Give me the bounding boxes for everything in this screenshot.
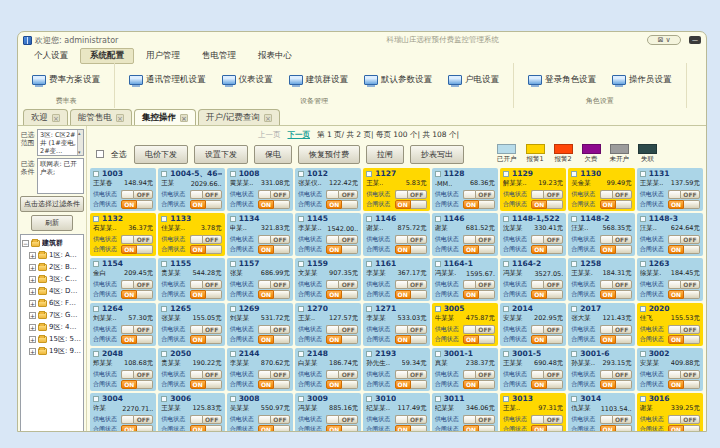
switch-off-segment[interactable] (547, 200, 563, 209)
meter-card[interactable]: 3002 安某某 409.88元 供电状态 OFF (637, 348, 703, 391)
filter-button[interactable]: 点击选择过滤条件 (20, 196, 84, 212)
supply-status-toggle[interactable]: OFF (326, 190, 358, 199)
supply-on-segment[interactable] (463, 280, 475, 289)
supply-off-segment[interactable]: OFF (133, 190, 153, 199)
meter-card[interactable]: 3011 纪某某 346.06元 供电状态 OFF (432, 393, 498, 432)
switch-status-toggle[interactable]: ON (326, 290, 358, 299)
card-checkbox[interactable] (298, 396, 304, 402)
supply-off-segment[interactable]: OFF (338, 415, 358, 424)
meter-card[interactable]: 3005 牛某某 475.87元 供电状态 OFF (432, 303, 498, 346)
meter-card[interactable]: 1133 佳某某.. 3.78元 供电状态 OFF (158, 213, 224, 256)
card-checkbox[interactable] (93, 306, 99, 312)
switch-status-toggle[interactable]: ON (531, 335, 563, 344)
switch-off-segment[interactable] (479, 425, 495, 432)
card-checkbox[interactable] (640, 216, 646, 222)
supply-off-segment[interactable]: OFF (612, 190, 632, 199)
switch-status-toggle[interactable]: ON (395, 380, 427, 389)
switch-status-toggle[interactable]: ON (121, 245, 153, 254)
supply-off-segment[interactable]: OFF (407, 325, 427, 334)
supply-status-toggle[interactable]: OFF (600, 280, 632, 289)
switch-off-segment[interactable] (137, 380, 153, 389)
supply-status-toggle[interactable]: OFF (121, 235, 153, 244)
switch-off-segment[interactable] (274, 200, 290, 209)
card-checkbox[interactable] (571, 306, 577, 312)
switch-on-segment[interactable]: ON (463, 245, 479, 254)
meter-card[interactable]: 1269 刘某某 531.72元 供电状态 OFF (227, 303, 293, 346)
supply-on-segment[interactable] (121, 235, 133, 244)
switch-on-segment[interactable]: ON (121, 245, 137, 254)
switch-on-segment[interactable]: ON (190, 290, 206, 299)
card-checkbox[interactable] (161, 351, 167, 357)
switch-on-segment[interactable]: ON (121, 290, 137, 299)
supply-on-segment[interactable] (463, 370, 475, 379)
switch-off-segment[interactable] (547, 335, 563, 344)
switch-off-segment[interactable] (274, 245, 290, 254)
card-checkbox[interactable] (503, 351, 509, 357)
supply-off-segment[interactable]: OFF (270, 190, 290, 199)
switch-status-toggle[interactable]: ON (531, 425, 563, 432)
switch-status-toggle[interactable]: ON (668, 380, 700, 389)
switch-off-segment[interactable] (616, 200, 632, 209)
supply-on-segment[interactable] (121, 190, 133, 199)
supply-status-toggle[interactable]: OFF (258, 415, 290, 424)
expand-icon[interactable]: + (29, 264, 36, 271)
supply-off-segment[interactable]: OFF (133, 280, 153, 289)
supply-off-segment[interactable]: OFF (202, 415, 222, 424)
switch-on-segment[interactable]: ON (668, 335, 684, 344)
meter-card[interactable]: 1127 王某.. 5.83元 供电状态 OFF (363, 168, 429, 211)
supply-status-toggle[interactable]: OFF (395, 190, 427, 199)
supply-on-segment[interactable] (395, 235, 407, 244)
switch-off-segment[interactable] (411, 380, 427, 389)
card-checkbox[interactable] (435, 216, 441, 222)
supply-status-toggle[interactable]: OFF (258, 370, 290, 379)
card-checkbox[interactable] (230, 261, 236, 267)
supply-off-segment[interactable]: OFF (680, 370, 700, 379)
switch-off-segment[interactable] (616, 425, 632, 432)
supply-on-segment[interactable] (531, 415, 543, 424)
supply-status-toggle[interactable]: OFF (190, 280, 222, 289)
menu-item[interactable]: 报表中心 (248, 48, 302, 64)
supply-off-segment[interactable]: OFF (543, 370, 563, 379)
card-checkbox[interactable] (93, 351, 99, 357)
switch-on-segment[interactable]: ON (395, 290, 411, 299)
selected-condition-box[interactable]: 联网表: 已开户表; (37, 158, 84, 194)
document-tab[interactable]: 能管售电 × (70, 109, 132, 125)
switch-status-toggle[interactable]: ON (121, 425, 153, 432)
supply-status-toggle[interactable]: OFF (395, 415, 427, 424)
switch-off-segment[interactable] (684, 380, 700, 389)
switch-off-segment[interactable] (206, 200, 222, 209)
card-checkbox[interactable] (298, 171, 304, 177)
card-checkbox[interactable] (230, 171, 236, 177)
card-checkbox[interactable] (366, 396, 372, 402)
supply-on-segment[interactable] (190, 325, 202, 334)
switch-status-toggle[interactable]: ON (258, 335, 290, 344)
ribbon-button[interactable]: 费率方案设置 (26, 71, 106, 89)
toolbar-button[interactable]: 抄表写出 (410, 145, 464, 164)
supply-status-toggle[interactable]: OFF (600, 370, 632, 379)
scrollbar[interactable] (77, 130, 83, 155)
supply-on-segment[interactable] (121, 415, 133, 424)
supply-on-segment[interactable] (463, 235, 475, 244)
expand-icon[interactable]: + (29, 276, 36, 283)
supply-off-segment[interactable]: OFF (612, 325, 632, 334)
switch-off-segment[interactable] (274, 425, 290, 432)
supply-status-toggle[interactable]: OFF (668, 235, 700, 244)
meter-card[interactable]: 1145 李某某.. 1542.00.. 供电状态 OFF (295, 213, 361, 256)
supply-off-segment[interactable]: OFF (475, 415, 495, 424)
supply-on-segment[interactable] (531, 280, 543, 289)
supply-on-segment[interactable] (463, 190, 475, 199)
meter-card[interactable]: 1161 李某某 367.17元 供电状态 OFF (363, 258, 429, 301)
supply-off-segment[interactable]: OFF (475, 325, 495, 334)
switch-off-segment[interactable] (137, 290, 153, 299)
switch-status-toggle[interactable]: ON (326, 245, 358, 254)
tab-close-icon[interactable]: × (180, 114, 188, 122)
switch-status-toggle[interactable]: ON (258, 290, 290, 299)
supply-status-toggle[interactable]: OFF (463, 415, 495, 424)
meter-card[interactable]: 3010 纪某某.. 117.49元 供电状态 OFF (363, 393, 429, 432)
switch-status-toggle[interactable]: ON (121, 200, 153, 209)
menu-item[interactable]: 个人设置 (24, 48, 78, 64)
switch-off-segment[interactable] (616, 335, 632, 344)
switch-status-toggle[interactable]: ON (121, 290, 153, 299)
switch-off-segment[interactable] (206, 245, 222, 254)
supply-on-segment[interactable] (190, 370, 202, 379)
